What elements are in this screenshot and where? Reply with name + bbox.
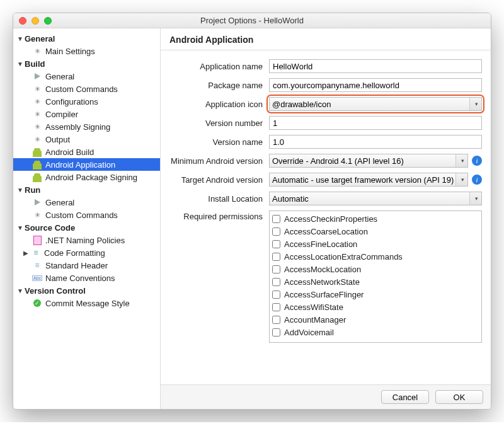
label-package-name: Package name — [169, 81, 269, 90]
sidebar-item-label: Code Formatting — [44, 248, 105, 258]
permission-item[interactable]: AccountManager — [272, 313, 479, 326]
sidebar-item[interactable]: General — [13, 196, 160, 209]
label-application-icon: Application icon — [169, 100, 269, 109]
sidebar-group[interactable]: ▼Version Control — [13, 284, 160, 297]
sidebar-item[interactable]: ▶Code Formatting — [13, 246, 160, 259]
permission-checkbox[interactable] — [272, 303, 280, 311]
disclosure-icon: ▼ — [17, 287, 23, 294]
permission-item[interactable]: AccessLocationExtraCommands — [272, 250, 479, 263]
select-minimum-version[interactable]: Override - Android 4.1 (API level 16) ▾ — [269, 154, 468, 168]
permission-checkbox[interactable] — [272, 265, 280, 273]
permission-item[interactable]: AccessNetworkState — [272, 275, 479, 288]
cancel-button[interactable]: Cancel — [381, 390, 429, 404]
sidebar-item[interactable]: Android Build — [13, 146, 160, 158]
sidebar-item-label: Custom Commands — [45, 84, 118, 94]
sidebar-group[interactable]: ▼General — [13, 32, 160, 45]
permission-item[interactable]: AddVoicemail — [272, 326, 479, 338]
label-version-number: Version number — [169, 118, 269, 128]
sidebar-item[interactable]: Android Package Signing — [13, 171, 160, 183]
sidebar-item[interactable]: Android Application — [13, 158, 160, 171]
text-icon — [31, 248, 41, 258]
minimize-icon[interactable] — [32, 17, 39, 25]
zoom-icon[interactable] — [44, 17, 52, 25]
row-application-name: Application name — [169, 59, 482, 73]
dialog-footer: Cancel OK — [161, 384, 491, 409]
permission-checkbox[interactable] — [272, 240, 280, 248]
sidebar-group[interactable]: ▼Build — [13, 57, 160, 70]
input-version-number[interactable] — [269, 116, 482, 130]
sidebar-item-label: Custom Commands — [45, 210, 118, 220]
select-install-location[interactable]: Automatic ▾ — [269, 192, 482, 205]
input-package-name[interactable] — [269, 78, 482, 92]
sidebar-item[interactable]: Configurations — [13, 95, 160, 108]
doc-icon — [32, 235, 42, 245]
select-application-icon[interactable]: @drawable/icon ▾ — [269, 97, 482, 111]
sidebar-group[interactable]: ▼Run — [13, 183, 160, 196]
sidebar-item-label: Main Settings — [45, 47, 95, 56]
sidebar-group-label: Version Control — [25, 286, 86, 296]
sidebar-item-label: General — [45, 72, 74, 81]
permission-item[interactable]: AccessSurfaceFlinger — [272, 288, 479, 301]
row-required-permissions: Required permissions AccessCheckinProper… — [169, 210, 482, 343]
permission-label: AccessMockLocation — [284, 265, 361, 274]
label-install-location: Install Location — [169, 194, 269, 204]
permission-item[interactable]: AccessCoarseLocation — [272, 225, 479, 238]
sidebar-item[interactable]: .NET Naming Policies — [13, 234, 160, 246]
sidebar-item[interactable]: Custom Commands — [13, 83, 160, 95]
sidebar-item[interactable]: Custom Commands — [13, 209, 160, 221]
sidebar-item[interactable]: Compiler — [13, 108, 160, 120]
permission-item[interactable]: AccessWifiState — [272, 301, 479, 313]
input-application-name[interactable] — [269, 59, 482, 73]
window-title: Project Options - HelloWorld — [200, 16, 304, 25]
permission-item[interactable]: AccessFineLocation — [272, 238, 479, 250]
permission-label: AccessNetworkState — [284, 277, 360, 287]
sidebar-group-label: Source Code — [25, 223, 75, 233]
section-heading: Android Application — [161, 28, 491, 50]
info-icon[interactable] — [472, 156, 482, 166]
dialog-body: ▼GeneralMain Settings▼BuildGeneralCustom… — [13, 28, 491, 409]
gear-icon — [32, 122, 42, 132]
row-version-number: Version number — [169, 116, 482, 130]
sidebar-item[interactable]: Assembly Signing — [13, 120, 160, 133]
main-panel: Android Application Application name Pac… — [161, 28, 491, 409]
permission-checkbox[interactable] — [272, 316, 280, 324]
row-application-icon: Application icon @drawable/icon ▾ — [169, 97, 482, 111]
close-icon[interactable] — [19, 17, 26, 25]
permission-checkbox[interactable] — [272, 328, 280, 337]
sidebar-item[interactable]: General — [13, 70, 160, 83]
permission-item[interactable]: AccessMockLocation — [272, 263, 479, 275]
titlebar: Project Options - HelloWorld — [13, 13, 491, 28]
gear-icon — [32, 96, 42, 106]
sidebar-item-label: Commit Message Style — [45, 299, 130, 308]
permission-checkbox[interactable] — [272, 278, 280, 286]
permission-checkbox[interactable] — [272, 253, 280, 261]
disclosure-icon: ▼ — [17, 187, 23, 193]
permission-checkbox[interactable] — [272, 291, 280, 299]
info-icon[interactable] — [472, 175, 482, 185]
sidebar-group-label: General — [25, 34, 55, 43]
sidebar-group-label: Run — [25, 185, 40, 195]
permission-checkbox[interactable] — [272, 215, 280, 223]
permission-checkbox[interactable] — [272, 227, 280, 236]
gear-icon — [32, 109, 42, 119]
label-application-name: Application name — [169, 62, 269, 71]
sidebar-item[interactable]: Name Conventions — [13, 272, 160, 284]
sidebar-item[interactable]: Commit Message Style — [13, 297, 160, 309]
gear-icon — [32, 134, 42, 144]
input-version-name[interactable] — [269, 135, 482, 149]
sidebar-item[interactable]: Standard Header — [13, 259, 160, 272]
disclosure-icon: ▼ — [17, 60, 23, 67]
android-icon — [32, 172, 42, 182]
permissions-list[interactable]: AccessCheckinPropertiesAccessCoarseLocat… — [269, 210, 482, 343]
sidebar-item[interactable]: Output — [13, 133, 160, 146]
sidebar-item-label: Name Conventions — [45, 273, 115, 283]
sidebar-group[interactable]: ▼Source Code — [13, 221, 160, 234]
label-minimum-version: Minimum Android version — [169, 156, 269, 166]
gear-icon — [32, 46, 42, 56]
select-target-version[interactable]: Automatic - use target framework version… — [269, 173, 468, 187]
sidebar-item[interactable]: Main Settings — [13, 45, 160, 57]
row-package-name: Package name — [169, 78, 482, 92]
permission-item[interactable]: AccessCheckinProperties — [272, 212, 479, 225]
sidebar-group-label: Build — [25, 59, 45, 69]
ok-button[interactable]: OK — [435, 390, 483, 404]
